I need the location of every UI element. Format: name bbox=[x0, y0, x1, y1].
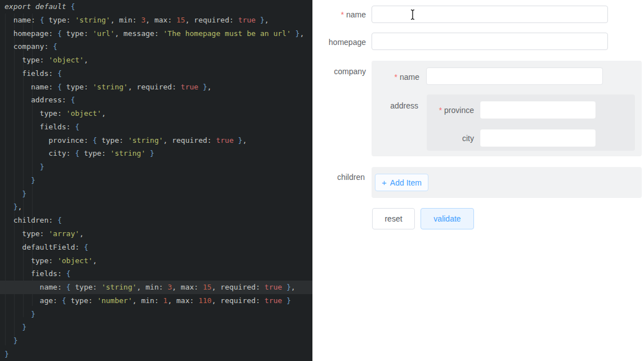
children-label: children bbox=[312, 172, 365, 182]
code-line: } bbox=[0, 334, 312, 348]
code-line: age: { type: 'number', min: 1, max: 110,… bbox=[0, 294, 312, 308]
code-line: type: 'object', bbox=[0, 254, 312, 268]
homepage-input[interactable] bbox=[372, 33, 608, 50]
code-line: } bbox=[0, 348, 312, 361]
add-item-label: Add Item bbox=[390, 178, 422, 187]
code-line-active: name: { type: 'string', min: 3, max: 15,… bbox=[0, 281, 312, 294]
code-line: defaultField: { bbox=[0, 241, 312, 254]
code-line: } bbox=[0, 160, 312, 174]
city-label: city bbox=[427, 133, 474, 143]
app-window: export default { name: { type: 'string',… bbox=[0, 0, 644, 361]
code-line: city: { type: 'string' } bbox=[0, 147, 312, 160]
province-label: *province bbox=[427, 105, 474, 115]
code-line: } bbox=[0, 187, 312, 201]
code-line: company: { bbox=[0, 40, 312, 53]
code-line: }, bbox=[0, 200, 312, 214]
code-line: address: { bbox=[0, 93, 312, 107]
code-line: fields: { bbox=[0, 120, 312, 134]
code-line: type: 'array', bbox=[0, 227, 312, 241]
required-asterisk: * bbox=[395, 73, 397, 82]
required-asterisk: * bbox=[341, 10, 344, 19]
code-line: fields: { bbox=[0, 67, 312, 80]
city-input[interactable] bbox=[480, 129, 596, 147]
code-line: children: { bbox=[0, 214, 312, 227]
province-input[interactable] bbox=[480, 101, 596, 119]
plus-icon: + bbox=[382, 178, 387, 187]
schema-form: *name homepage company *name address bbox=[312, 0, 644, 361]
address-panel: *province city bbox=[427, 94, 635, 151]
code-line: } bbox=[0, 321, 312, 334]
code-editor[interactable]: export default { name: { type: 'string',… bbox=[0, 0, 312, 361]
code-line: } bbox=[0, 308, 312, 321]
add-item-button[interactable]: + Add Item bbox=[375, 174, 428, 191]
validate-button[interactable]: validate bbox=[421, 208, 474, 229]
code-line: fields: { bbox=[0, 267, 312, 281]
homepage-label: homepage bbox=[312, 37, 366, 47]
code-line: name: { type: 'string', required: true }… bbox=[0, 80, 312, 94]
code-line: } bbox=[0, 174, 312, 187]
company-panel: *name address *province city bbox=[372, 61, 642, 156]
code-line: type: 'object', bbox=[0, 53, 312, 67]
required-asterisk: * bbox=[439, 106, 442, 115]
name-label: *name bbox=[312, 10, 366, 20]
code-lines: export default { name: { type: 'string',… bbox=[0, 0, 312, 361]
children-panel: + Add Item bbox=[372, 167, 642, 198]
company-name-input[interactable] bbox=[426, 67, 603, 85]
code-line: province: { type: 'string', required: tr… bbox=[0, 134, 312, 147]
company-name-label: *name bbox=[372, 72, 419, 82]
code-line: type: 'object', bbox=[0, 107, 312, 120]
code-line: export default { bbox=[0, 0, 312, 13]
reset-button[interactable]: reset bbox=[372, 208, 415, 229]
company-label: company bbox=[312, 66, 366, 76]
code-line: name: { type: 'string', min: 3, max: 15,… bbox=[0, 13, 312, 27]
name-input[interactable] bbox=[372, 6, 608, 23]
ibeam-cursor bbox=[409, 9, 416, 20]
address-label: address bbox=[372, 101, 418, 111]
code-line: homepage: { type: 'url', message: 'The h… bbox=[0, 27, 312, 40]
